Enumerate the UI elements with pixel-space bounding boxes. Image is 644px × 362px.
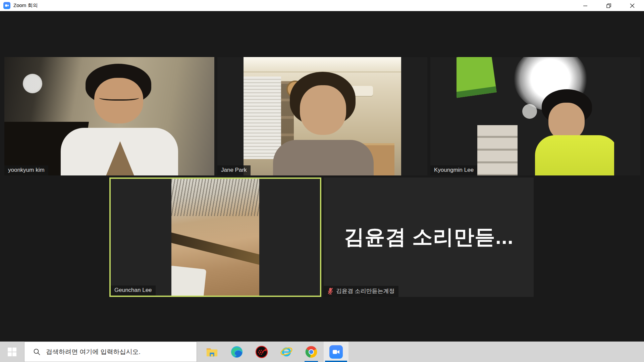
search-input[interactable]: [46, 348, 187, 356]
zoom-icon: [329, 345, 343, 359]
start-button[interactable]: [0, 342, 24, 362]
taskbar-internet-explorer[interactable]: [274, 342, 299, 362]
video-tile-geunchan-lee-active-speaker[interactable]: Geunchan Lee: [109, 177, 321, 297]
participant-nameplate: yoonkyum kim: [4, 165, 48, 175]
windows-logo-icon: [8, 348, 16, 356]
windows-taskbar: A 오후 8:16 2021-11-18 3: [0, 342, 644, 362]
video-feed: [4, 57, 214, 175]
participant-name: Kyoungmin Lee: [434, 167, 474, 173]
meeting-gallery: yoonkyum kim Jane Park Kyoungmin Lee: [0, 11, 644, 342]
video-feed: [171, 179, 259, 296]
participant-name: Jane Park: [221, 167, 247, 173]
video-tile-yoonkyum-kim[interactable]: yoonkyum kim: [4, 57, 214, 175]
video-feed: [244, 57, 401, 175]
taskbar-edge[interactable]: [224, 342, 249, 362]
video-tile-kyoungmin-lee[interactable]: Kyoungmin Lee: [430, 57, 640, 175]
taskbar-driver-booster[interactable]: [249, 342, 274, 362]
participant-nameplate: Kyoungmin Lee: [430, 165, 477, 175]
red-gear-app-icon: [255, 346, 268, 358]
participant-display-name-large: 김윤겸 소리만듣...: [324, 177, 534, 297]
taskbar-chrome[interactable]: [299, 342, 324, 362]
taskbar-file-explorer[interactable]: [200, 342, 224, 362]
participant-nameplate: 김윤겸 소리만듣는계정: [324, 286, 398, 297]
muted-mic-icon: [327, 288, 333, 295]
taskbar-zoom[interactable]: [324, 342, 348, 362]
participant-nameplate: Geunchan Lee: [111, 286, 156, 296]
video-feed: [457, 57, 614, 175]
zoom-meeting-window: Zoom 회의 yoonkyum kim: [0, 0, 644, 362]
video-tile-kimyungyeom-no-video[interactable]: 김윤겸 소리만듣... 김윤겸 소리만듣는계정: [324, 177, 534, 297]
participant-nameplate: Jane Park: [217, 165, 251, 175]
close-button[interactable]: [621, 0, 644, 11]
search-icon: [33, 348, 41, 356]
video-tile-jane-park[interactable]: Jane Park: [217, 57, 427, 175]
file-explorer-icon: [206, 346, 218, 358]
zoom-app-icon: [3, 2, 10, 9]
edge-icon: [230, 346, 243, 358]
window-title: Zoom 회의: [13, 2, 38, 9]
minimize-button[interactable]: [574, 0, 597, 11]
participant-name: yoonkyum kim: [8, 167, 45, 173]
participant-name: Geunchan Lee: [114, 287, 152, 294]
restore-button[interactable]: [597, 0, 621, 11]
internet-explorer-icon: [280, 346, 293, 358]
title-bar: Zoom 회의: [0, 0, 644, 11]
chrome-icon: [305, 346, 318, 358]
participant-name: 김윤겸 소리만듣는계정: [336, 287, 395, 295]
taskbar-search[interactable]: [24, 342, 197, 362]
